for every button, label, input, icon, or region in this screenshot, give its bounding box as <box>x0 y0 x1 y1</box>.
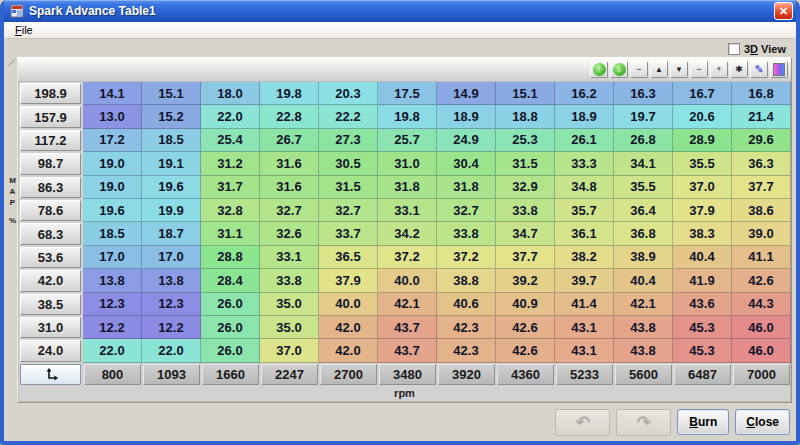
table-cell[interactable]: 40.4 <box>614 269 673 292</box>
row-header[interactable]: 24.0 <box>20 340 81 361</box>
table-cell[interactable]: 14.9 <box>437 82 496 105</box>
table-cell[interactable]: 26.8 <box>614 129 673 152</box>
3d-view-checkbox[interactable] <box>728 43 740 55</box>
table-cell[interactable]: 42.1 <box>378 293 437 316</box>
row-header[interactable]: 42.0 <box>20 270 81 291</box>
burn-button[interactable]: Burn <box>677 409 729 435</box>
table-cell[interactable]: 22.2 <box>319 105 378 128</box>
redo-button[interactable]: ↷ <box>616 409 671 436</box>
table-cell[interactable]: 34.1 <box>614 152 673 175</box>
gradient-button[interactable] <box>770 61 788 78</box>
triangle-down-button[interactable]: ▼ <box>670 61 688 78</box>
table-cell[interactable]: 39.0 <box>732 222 791 245</box>
table-cell[interactable]: 36.3 <box>732 152 791 175</box>
table-cell[interactable]: 22.8 <box>260 105 319 128</box>
table-cell[interactable]: 34.8 <box>555 176 614 199</box>
table-cell[interactable]: 31.6 <box>260 152 319 175</box>
table-cell[interactable]: 42.0 <box>319 316 378 339</box>
column-header[interactable]: 2247 <box>261 364 318 385</box>
table-cell[interactable]: 15.1 <box>496 82 555 105</box>
row-header[interactable]: 53.6 <box>20 247 81 268</box>
table-cell[interactable]: 16.2 <box>555 82 614 105</box>
table-cell[interactable]: 40.9 <box>496 293 555 316</box>
table-cell[interactable]: 30.4 <box>437 152 496 175</box>
table-cell[interactable]: 33.8 <box>260 269 319 292</box>
table-cell[interactable]: 44.3 <box>732 293 791 316</box>
column-header[interactable]: 7000 <box>733 364 790 385</box>
table-cell[interactable]: 42.6 <box>732 269 791 292</box>
table-cell[interactable]: 21.4 <box>732 105 791 128</box>
row-header[interactable]: 98.7 <box>20 153 81 174</box>
table-cell[interactable]: 16.7 <box>673 82 732 105</box>
table-cell[interactable]: 33.1 <box>260 246 319 269</box>
table-cell[interactable]: 19.1 <box>142 152 201 175</box>
table-cell[interactable]: 35.5 <box>673 152 732 175</box>
table-cell[interactable]: 31.1 <box>201 222 260 245</box>
table-cell[interactable]: 20.3 <box>319 82 378 105</box>
table-cell[interactable]: 18.5 <box>142 129 201 152</box>
table-cell[interactable]: 39.7 <box>555 269 614 292</box>
table-cell[interactable]: 15.2 <box>142 105 201 128</box>
table-cell[interactable]: 37.9 <box>673 199 732 222</box>
table-cell[interactable]: 18.0 <box>201 82 260 105</box>
table-cell[interactable]: 31.8 <box>378 176 437 199</box>
table-cell[interactable]: 19.8 <box>260 82 319 105</box>
table-cell[interactable]: 28.4 <box>201 269 260 292</box>
table-cell[interactable]: 40.4 <box>673 246 732 269</box>
table-cell[interactable]: 45.3 <box>673 339 732 362</box>
row-header[interactable]: 117.2 <box>20 130 81 151</box>
table-cell[interactable]: 32.6 <box>260 222 319 245</box>
table-cell[interactable]: 35.0 <box>260 316 319 339</box>
table-cell[interactable]: 37.9 <box>319 269 378 292</box>
table-cell[interactable]: 42.0 <box>319 339 378 362</box>
column-header[interactable]: 5600 <box>615 364 672 385</box>
table-cell[interactable]: 40.0 <box>319 293 378 316</box>
table-cell[interactable]: 19.6 <box>142 176 201 199</box>
table-cell[interactable]: 31.0 <box>378 152 437 175</box>
table-cell[interactable]: 41.1 <box>732 246 791 269</box>
table-cell[interactable]: 13.8 <box>83 269 142 292</box>
table-cell[interactable]: 41.4 <box>555 293 614 316</box>
table-cell[interactable]: 43.7 <box>378 339 437 362</box>
table-cell[interactable]: 13.8 <box>142 269 201 292</box>
table-cell[interactable]: 33.7 <box>319 222 378 245</box>
table-cell[interactable]: 37.2 <box>437 246 496 269</box>
title-bar[interactable]: Spark Advance Table1 ✕ <box>4 0 796 22</box>
circle-arrow-up-button[interactable]: ↑ <box>590 61 608 78</box>
table-cell[interactable]: 26.0 <box>201 339 260 362</box>
table-cell[interactable]: 26.7 <box>260 129 319 152</box>
table-cell[interactable]: 31.8 <box>437 176 496 199</box>
row-header[interactable]: 78.6 <box>20 200 81 221</box>
table-cell[interactable]: 19.7 <box>614 105 673 128</box>
row-header[interactable]: 31.0 <box>20 317 81 338</box>
table-cell[interactable]: 18.9 <box>555 105 614 128</box>
triangle-up-button[interactable]: ▲ <box>650 61 668 78</box>
table-cell[interactable]: 39.2 <box>496 269 555 292</box>
table-cell[interactable]: 25.3 <box>496 129 555 152</box>
table-cell[interactable]: 38.8 <box>437 269 496 292</box>
column-header[interactable]: 3920 <box>438 364 495 385</box>
row-header[interactable]: 38.5 <box>20 294 81 315</box>
table-cell[interactable]: 17.2 <box>83 129 142 152</box>
table-cell[interactable]: 12.2 <box>142 316 201 339</box>
table-cell[interactable]: 36.4 <box>614 199 673 222</box>
table-cell[interactable]: 19.0 <box>83 152 142 175</box>
table-cell[interactable]: 18.8 <box>496 105 555 128</box>
table-cell[interactable]: 43.7 <box>378 316 437 339</box>
table-cell[interactable]: 40.0 <box>378 269 437 292</box>
table-cell[interactable]: 43.6 <box>673 293 732 316</box>
table-cell[interactable]: 24.9 <box>437 129 496 152</box>
table-cell[interactable]: 20.6 <box>673 105 732 128</box>
table-cell[interactable]: 33.8 <box>496 199 555 222</box>
table-cell[interactable]: 18.9 <box>437 105 496 128</box>
table-cell[interactable]: 12.3 <box>142 293 201 316</box>
table-cell[interactable]: 16.8 <box>732 82 791 105</box>
pencil-button[interactable]: ✎ <box>750 61 768 78</box>
table-cell[interactable]: 36.1 <box>555 222 614 245</box>
table-cell[interactable]: 29.6 <box>732 129 791 152</box>
table-cell[interactable]: 35.7 <box>555 199 614 222</box>
row-header[interactable]: 198.9 <box>20 83 81 104</box>
table-cell[interactable]: 36.8 <box>614 222 673 245</box>
table-cell[interactable]: 37.0 <box>260 339 319 362</box>
table-cell[interactable]: 18.7 <box>142 222 201 245</box>
